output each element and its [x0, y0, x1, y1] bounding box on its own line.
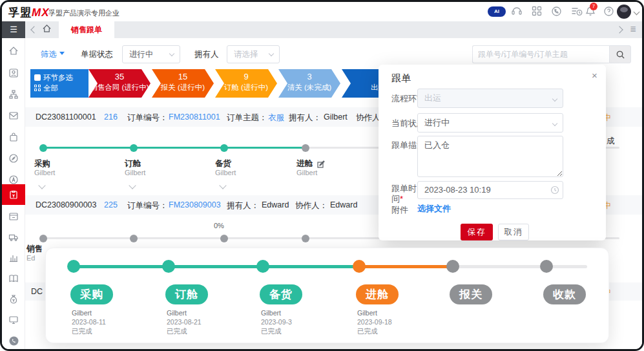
attach-field-label: 附件 — [391, 204, 408, 216]
stage-name: 进舱 — [296, 158, 313, 169]
expand-chevron-icon[interactable] — [38, 182, 45, 189]
expand-chevron-icon[interactable] — [129, 182, 136, 189]
close-icon[interactable]: × — [592, 70, 597, 81]
popup-stage-pill[interactable]: 进舱 — [356, 284, 399, 304]
multi-select-checkbox[interactable] — [34, 74, 41, 81]
user-avatar[interactable] — [617, 5, 631, 19]
help-icon[interactable] — [603, 6, 616, 17]
sidebar-item-contacts[interactable] — [2, 64, 25, 82]
sidebar-item-archive[interactable] — [2, 207, 25, 226]
popup-stage-pill[interactable]: 备货 — [260, 284, 302, 304]
cancel-button[interactable]: 取消 — [498, 224, 529, 240]
popup-dot[interactable] — [67, 260, 80, 273]
funnel-stage-customs[interactable]: 15报关 (进行中) — [152, 69, 214, 98]
popup-stage-status: 已完成 — [72, 327, 92, 336]
timeline-dot[interactable] — [220, 235, 228, 242]
sidebar-item-whatsapp[interactable] — [2, 332, 25, 350]
collab-value: Edward — [330, 200, 357, 209]
timeline-dot[interactable] — [39, 144, 47, 152]
sidebar-item-reports[interactable] — [2, 249, 25, 267]
sidebar-item-finance[interactable] — [2, 290, 25, 308]
search-button[interactable] — [609, 45, 631, 63]
popup-dot[interactable] — [256, 260, 269, 273]
funnel-stage-sales-contract[interactable]: 35销售合同 (进行中) — [88, 69, 151, 98]
save-button[interactable]: 保存 — [461, 224, 493, 240]
sidebar-item-mail[interactable] — [2, 107, 25, 125]
sidebar-item-logistics[interactable] — [2, 228, 25, 246]
tab-bar: ☰ 销售跟单 ≣ — [2, 21, 642, 38]
time-field-label-2: 间* — [391, 193, 403, 205]
stage-name-fragment: 销售 — [26, 244, 43, 255]
sidebar-item-products[interactable] — [2, 128, 25, 146]
description-textarea[interactable]: 已入仓 — [417, 136, 563, 177]
contact-card-icon — [8, 68, 19, 78]
timeline-dot[interactable] — [302, 235, 309, 242]
apps-grid-icon[interactable] — [532, 6, 545, 17]
logo-text-mx: MX — [32, 6, 50, 19]
sidebar-item-org[interactable] — [2, 85, 25, 103]
funnel-stage-booking[interactable]: 9订舱 (进行中) — [215, 69, 277, 98]
popup-stage-pill[interactable]: 报关 — [450, 284, 492, 304]
order-no-link[interactable]: FM230809003 — [169, 200, 221, 209]
a-circle-icon — [8, 175, 19, 185]
sidebar-item-orders-active[interactable] — [2, 184, 25, 205]
timeline-dot[interactable] — [220, 144, 228, 152]
menu-toggle-button[interactable]: ☰ — [2, 21, 25, 38]
funnel-filter-block: 环节多选 全部 — [30, 69, 88, 98]
sidebar-item-knowledge[interactable] — [2, 270, 25, 288]
timeline-dot[interactable] — [302, 144, 309, 152]
all-label[interactable]: 全部 — [43, 83, 58, 93]
chevron-down-icon — [552, 96, 557, 101]
forward-chevron-icon[interactable] — [616, 26, 623, 33]
whatsapp-icon[interactable] — [551, 6, 564, 17]
popup-dot[interactable] — [353, 260, 366, 273]
owner-select[interactable]: 请选择 — [227, 45, 280, 63]
current-status-select[interactable]: 进行中 — [417, 113, 563, 133]
doc-number: DC23081100001 — [36, 112, 96, 122]
edit-stage-icon[interactable] — [317, 159, 325, 171]
filter-toggle[interactable]: 筛选 — [41, 49, 65, 60]
expand-chevron-icon[interactable] — [219, 182, 226, 189]
sidebar-item-home[interactable] — [2, 42, 25, 60]
multi-select-label[interactable]: 环节多选 — [43, 73, 73, 83]
timeline-dot[interactable] — [130, 235, 138, 242]
back-chevron-icon[interactable] — [30, 26, 37, 33]
order-no-link[interactable]: FM230811001 — [169, 112, 220, 122]
ai-badge-button[interactable]: AI — [488, 6, 506, 17]
popup-line-done — [74, 265, 169, 268]
bar-chart-icon — [8, 253, 19, 263]
count-link[interactable]: 225 — [104, 200, 118, 209]
sidebar-item-marketing[interactable] — [2, 149, 25, 167]
timeline-dot[interactable] — [130, 144, 138, 152]
mail-icon — [8, 111, 19, 121]
time-input[interactable]: 2023-08-23 10:19 — [417, 181, 563, 199]
task-list-icon[interactable] — [571, 6, 584, 17]
tab-sales-tracking[interactable]: 销售跟单 — [59, 21, 114, 38]
search-input[interactable] — [472, 45, 609, 63]
doc-number-fragment: DC — [31, 287, 43, 296]
popup-dot[interactable] — [540, 260, 553, 273]
popup-stage-pill[interactable]: 订舱 — [165, 284, 208, 304]
stage-select[interactable]: 出运 — [417, 89, 563, 108]
app-window: 孚盟MX 孚盟产品演示专用企业 AI 7 ☰ 销售跟单 — [0, 0, 644, 351]
search-icon — [616, 50, 625, 59]
funnel-stage-clearance[interactable]: 3清关 (未完成) — [278, 69, 340, 98]
count-link[interactable]: 216 — [104, 112, 118, 122]
tab-options-icon[interactable]: ≣ — [630, 25, 636, 34]
choose-file-link[interactable]: 选择文件 — [417, 203, 451, 215]
popup-stage-date: 2023-08-11 — [72, 318, 106, 326]
popup-stage-pill[interactable]: 收款 — [543, 284, 586, 304]
avatar-chevron-down-icon[interactable] — [634, 9, 640, 16]
subject-link[interactable]: 衣服 — [268, 112, 284, 123]
monitor-icon — [8, 315, 19, 325]
popup-stage-pill[interactable]: 采购 — [70, 284, 113, 304]
popup-dot[interactable] — [162, 260, 175, 273]
popup-dot[interactable] — [446, 260, 459, 273]
sidebar-item-monitor[interactable] — [2, 311, 25, 329]
headset-icon[interactable] — [511, 6, 524, 17]
chevron-down-icon — [169, 51, 174, 56]
timeline-dot[interactable] — [39, 235, 47, 242]
home-tab-icon[interactable] — [42, 24, 52, 36]
status-select[interactable]: 进行中 — [122, 45, 180, 63]
progress-percent: 0% — [214, 222, 224, 229]
